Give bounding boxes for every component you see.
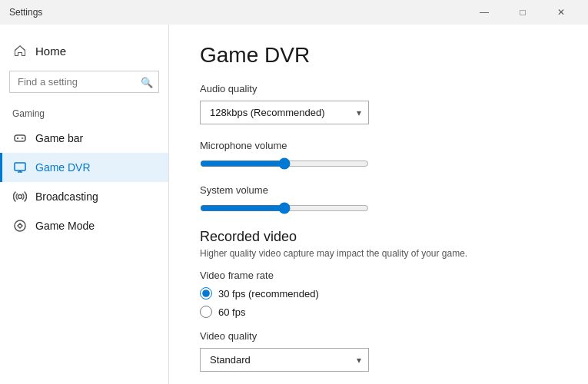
microphone-volume-section: Microphone volume <box>200 140 557 172</box>
system-volume-label: System volume <box>200 184 557 196</box>
monitor-icon <box>12 160 28 175</box>
system-volume-section: System volume <box>200 184 557 217</box>
maximize-button[interactable]: □ <box>505 0 540 25</box>
fps-30-radio[interactable] <box>200 287 212 300</box>
sidebar-section-label: Gaming <box>0 105 168 124</box>
sidebar-item-home[interactable]: Home <box>0 37 168 65</box>
sidebar-item-broadcasting[interactable]: Broadcasting <box>0 182 168 211</box>
fps-60-option[interactable]: 60 fps <box>200 306 557 318</box>
recorded-video-description: Higher quality video capture may impact … <box>200 248 557 259</box>
audio-quality-dropdown[interactable]: 128kbps (Recommended) 64kbps 192kbps 320… <box>200 101 369 124</box>
gamepad-icon <box>12 131 28 146</box>
title-bar: Settings — □ ✕ <box>0 0 588 25</box>
svg-point-9 <box>15 220 25 231</box>
sidebar-item-label: Broadcasting <box>35 190 98 203</box>
microphone-volume-slider[interactable] <box>200 157 369 170</box>
sidebar-item-label: Game Mode <box>35 220 95 232</box>
svg-point-4 <box>24 138 25 139</box>
search-input[interactable] <box>9 71 159 93</box>
system-volume-slider[interactable] <box>200 202 369 214</box>
fps-60-radio[interactable] <box>200 306 212 318</box>
title-bar-controls: — □ ✕ <box>467 0 579 25</box>
svg-point-8 <box>18 195 22 199</box>
video-quality-dropdown[interactable]: Standard High <box>200 348 369 372</box>
title-bar-title: Settings <box>9 7 42 18</box>
close-button[interactable]: ✕ <box>543 0 579 25</box>
video-quality-dropdown-wrap: Standard High ▾ <box>200 348 369 372</box>
audio-quality-label: Audio quality <box>200 83 557 94</box>
search-box: 🔍 <box>9 71 159 93</box>
sidebar: Home 🔍 Gaming Game bar <box>0 25 169 384</box>
broadcast-icon <box>12 189 28 204</box>
fps-30-label: 30 fps (recommended) <box>218 288 319 300</box>
home-icon <box>12 43 28 58</box>
home-label: Home <box>35 45 66 58</box>
audio-quality-dropdown-wrap: 128kbps (Recommended) 64kbps 192kbps 320… <box>200 101 369 124</box>
app-container: Home 🔍 Gaming Game bar <box>0 25 588 384</box>
sidebar-item-game-bar[interactable]: Game bar <box>0 124 168 153</box>
minimize-button[interactable]: — <box>467 0 502 25</box>
page-title: Game DVR <box>200 43 557 68</box>
video-frame-rate-label: Video frame rate <box>200 270 557 281</box>
video-quality-label: Video quality <box>200 330 557 342</box>
main-content: Game DVR Audio quality 128kbps (Recommen… <box>169 25 588 384</box>
svg-rect-5 <box>15 163 25 170</box>
sidebar-item-game-mode[interactable]: Game Mode <box>0 211 168 240</box>
fps-60-label: 60 fps <box>218 306 245 318</box>
game-mode-icon <box>12 218 28 233</box>
sidebar-item-label: Game DVR <box>35 161 91 174</box>
search-icon: 🔍 <box>141 76 153 88</box>
fps-30-option[interactable]: 30 fps (recommended) <box>200 287 557 300</box>
sidebar-item-label: Game bar <box>35 132 83 144</box>
microphone-volume-label: Microphone volume <box>200 140 557 151</box>
svg-point-3 <box>22 137 23 139</box>
sidebar-item-game-dvr[interactable]: Game DVR <box>0 153 168 182</box>
recorded-video-title: Recorded video <box>200 229 557 245</box>
video-frame-rate-group: 30 fps (recommended) 60 fps <box>200 287 557 318</box>
